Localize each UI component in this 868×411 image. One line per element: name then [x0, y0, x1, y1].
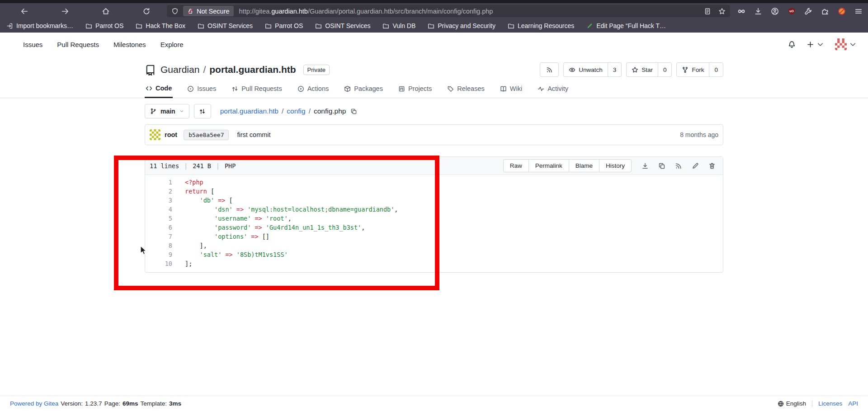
delete-file-button[interactable]	[708, 162, 716, 170]
language-selector[interactable]: English	[778, 400, 806, 407]
breadcrumb-repo-link[interactable]: portal.guardian.htb	[220, 107, 278, 115]
site-security-chip[interactable]: Not Secure	[183, 6, 234, 16]
nav-item-milestones[interactable]: Milestones	[113, 41, 146, 48]
code-line: 4 'dsn' => 'mysql:host=localhost;dbname=…	[145, 205, 723, 214]
file-action-icons	[642, 162, 718, 170]
ublock-origin-icon[interactable]: uO	[788, 7, 796, 15]
raw-button[interactable]: Raw	[504, 160, 528, 172]
breadcrumb-dir-link[interactable]: config	[287, 107, 305, 115]
bookmark-item[interactable]: OSINT Services	[315, 22, 370, 29]
devtools-wrench-icon[interactable]	[804, 7, 812, 15]
nav-item-issues[interactable]: Issues	[23, 41, 42, 48]
bookmark-item[interactable]: Privacy and Security	[428, 22, 495, 29]
user-menu[interactable]	[835, 38, 857, 50]
rss-file-button[interactable]	[675, 162, 682, 170]
download-file-button[interactable]	[642, 162, 649, 170]
commit-hash-link[interactable]: b5ae8a5ee7	[184, 130, 229, 140]
repo-body: main portal.guardian.htb / config / conf…	[145, 104, 723, 273]
hamburger-menu-button[interactable]	[854, 7, 863, 15]
bookmark-item[interactable]: OSINT Services	[198, 22, 253, 29]
file-line-count: 11 lines	[150, 162, 179, 170]
tab-actions[interactable]: Actions	[297, 80, 330, 98]
code-text: <?php	[179, 178, 203, 187]
blame-button[interactable]: Blame	[569, 160, 599, 172]
repo-name-link[interactable]: portal.guardian.htb	[209, 64, 296, 75]
tracking-protection-shield-icon[interactable]	[171, 8, 179, 15]
file-view-box: 11 lines | 241 B | PHP RawPermalinkBlame…	[145, 156, 723, 273]
url-bar[interactable]: Not Secure http://gitea.guardian.htb/Gua…	[167, 5, 730, 17]
visibility-badge: Private	[303, 65, 330, 75]
bookmark-item[interactable]: Vuln DB	[382, 22, 415, 29]
rss-icon	[546, 66, 553, 73]
powered-by-gitea-link[interactable]: Powered by Gitea	[10, 400, 58, 407]
refresh-button[interactable]	[139, 5, 154, 18]
line-number[interactable]: 10	[145, 259, 179, 268]
copy-path-icon[interactable]	[350, 108, 357, 115]
file-view-buttons: RawPermalinkBlameHistory	[503, 159, 632, 172]
api-link[interactable]: API	[848, 400, 858, 407]
tampermonkey-disabled-icon[interactable]	[838, 7, 846, 15]
nav-item-explore[interactable]: Explore	[160, 41, 184, 48]
line-number[interactable]: 1	[145, 178, 179, 187]
extensions-puzzle-icon[interactable]	[821, 7, 829, 15]
infinity-icon	[737, 7, 745, 15]
home-button[interactable]	[98, 5, 113, 18]
bookmark-item[interactable]: Parrot OS	[85, 22, 123, 29]
reader-icon	[704, 8, 711, 15]
line-number[interactable]: 6	[145, 223, 179, 232]
fork-button[interactable]: Fork 0	[676, 62, 723, 77]
bookmark-item[interactable]: Parrot OS	[265, 22, 303, 29]
history-button[interactable]: History	[599, 160, 631, 172]
watch-count[interactable]: 3	[608, 63, 622, 76]
repo-owner-link[interactable]: Guardian	[160, 64, 199, 75]
bookmark-item[interactable]: Hack The Box	[136, 22, 185, 29]
back-button[interactable]	[17, 5, 32, 18]
downloads-button[interactable]	[754, 7, 762, 15]
line-number[interactable]: 7	[145, 232, 179, 241]
tab-pull-requests[interactable]: Pull Requests	[231, 80, 283, 98]
create-new-dropdown[interactable]	[807, 41, 824, 48]
nav-item-pull-requests[interactable]: Pull Requests	[57, 41, 99, 48]
proxy-extension-icon[interactable]	[737, 7, 745, 15]
tab-wiki[interactable]: Wiki	[499, 80, 523, 98]
commit-message-link[interactable]: first commit	[237, 131, 270, 138]
licenses-link[interactable]: Licenses	[818, 400, 842, 407]
forward-button[interactable]	[57, 5, 73, 18]
template-render-time: 3ms	[169, 400, 181, 407]
tab-packages[interactable]: Packages	[343, 80, 384, 98]
line-number[interactable]: 9	[145, 250, 179, 259]
chevron-down-icon	[179, 109, 184, 113]
branch-selector[interactable]: main	[145, 104, 189, 118]
line-number[interactable]: 4	[145, 205, 179, 214]
unwatch-button[interactable]: Unwatch 3	[563, 62, 622, 77]
line-number[interactable]: 3	[145, 196, 179, 205]
star-button[interactable]: Star 0	[626, 62, 672, 77]
notifications-bell-icon[interactable]	[788, 41, 796, 48]
footer: Powered by Gitea Version: 1.23.7 Page: 6…	[0, 396, 868, 411]
bookmark-label: Edit Page “Full Hack T…	[596, 22, 666, 29]
permalink-button[interactable]: Permalink	[528, 160, 569, 172]
delete-icon	[708, 162, 716, 170]
compare-button[interactable]	[194, 104, 211, 118]
tab-projects[interactable]: Projects	[397, 80, 433, 98]
rss-feed-button[interactable]	[540, 62, 559, 77]
edit-file-button[interactable]	[692, 162, 699, 170]
bookmark-item[interactable]: Edit Page “Full Hack T…	[586, 22, 666, 29]
star-count[interactable]: 0	[658, 63, 672, 76]
reader-mode-icon[interactable]	[704, 8, 711, 15]
line-number[interactable]: 5	[145, 214, 179, 223]
bookmark-star-icon[interactable]	[718, 8, 726, 15]
bookmark-item[interactable]: Learning Resources	[508, 22, 574, 29]
line-number[interactable]: 2	[145, 187, 179, 196]
copy-file-button[interactable]	[658, 162, 665, 170]
tab-releases[interactable]: Releases	[446, 80, 485, 98]
tab-issues[interactable]: Issues	[186, 80, 217, 98]
tab-activity[interactable]: Activity	[537, 80, 569, 98]
edit-icon	[692, 162, 699, 170]
tab-code[interactable]: Code	[145, 80, 173, 98]
line-number[interactable]: 8	[145, 241, 179, 250]
account-button[interactable]	[771, 7, 779, 15]
fork-count[interactable]: 0	[709, 63, 723, 76]
bookmark-item[interactable]: Import bookmarks…	[6, 22, 73, 29]
wiki-icon	[500, 85, 507, 92]
